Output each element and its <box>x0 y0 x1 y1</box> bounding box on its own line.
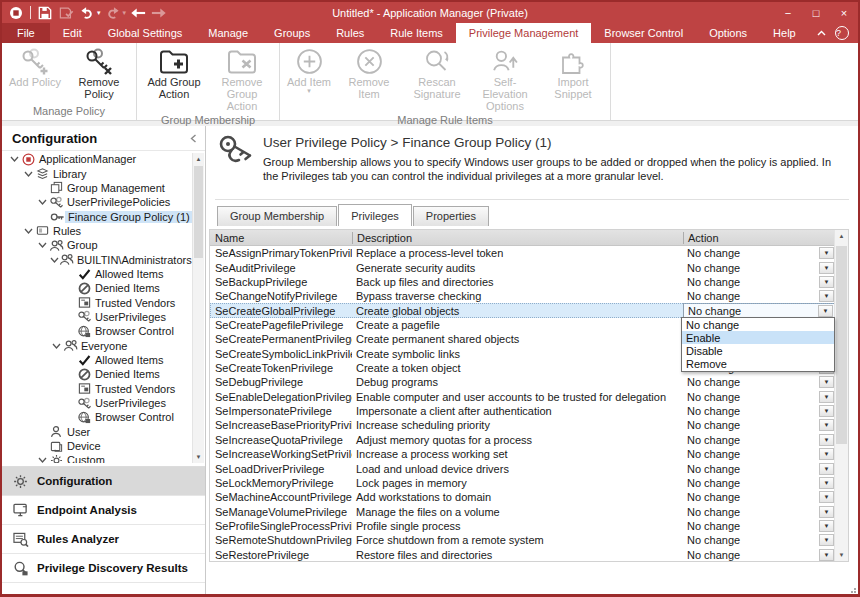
tree-item-browser-control[interactable]: Browser Control <box>4 410 192 424</box>
redo-icon[interactable] <box>104 5 122 21</box>
tree-item-allowed-items[interactable]: Allowed Items <box>4 353 192 367</box>
dropdown-option-no-change[interactable]: No change <box>682 318 834 331</box>
action-cell[interactable]: No change▼ <box>683 275 835 289</box>
action-cell[interactable]: No change▼ <box>683 404 835 418</box>
scroll-down-icon[interactable]: ▼ <box>835 549 848 561</box>
tree-item-rules[interactable]: Rules <box>4 224 192 238</box>
table-row[interactable]: SeRemoteShutdownPrivilegeForce shutdown … <box>210 533 835 547</box>
combo-dropdown-icon[interactable]: ▼ <box>819 247 834 259</box>
combo-dropdown-icon[interactable]: ▼ <box>819 491 834 503</box>
tree-item-finance-group-policy-1[interactable]: Finance Group Policy (1) <box>4 209 192 223</box>
action-cell[interactable]: No change▼ <box>683 303 835 317</box>
nav-privilege-discovery-results[interactable]: Privilege Discovery Results <box>2 554 205 583</box>
tab-properties[interactable]: Properties <box>413 206 489 226</box>
column-header-action[interactable]: Action <box>683 232 835 244</box>
table-row[interactable]: SeLoadDriverPrivilegeLoad and unload dev… <box>210 461 835 475</box>
tree-item-userprivilegepolicies[interactable]: UserPrivilegePolicies <box>4 195 192 209</box>
tab-group-membership[interactable]: Group Membership <box>217 206 337 226</box>
tree-item-user[interactable]: User <box>4 425 192 439</box>
scroll-up-icon[interactable]: ▲ <box>835 230 848 242</box>
remove-item-button[interactable]: Remove Item <box>335 44 403 100</box>
tree-expander-icon[interactable] <box>36 457 48 463</box>
grid-scrollbar-thumb[interactable] <box>836 246 847 444</box>
table-row[interactable]: SeIncreaseWorkingSetPrivilegeIncrease a … <box>210 447 835 461</box>
tree-item-group-management[interactable]: Group Management <box>4 181 192 195</box>
action-cell[interactable]: No change▼ <box>683 246 835 260</box>
tree-expander-icon[interactable] <box>50 257 59 263</box>
table-row[interactable]: SeBackupPrivilegeBack up files and direc… <box>210 275 835 289</box>
tree-expander-icon[interactable] <box>50 343 62 349</box>
table-row[interactable]: SeLockMemoryPrivilegeLock pages in memor… <box>210 476 835 490</box>
menu-tab-options[interactable]: Options <box>696 23 760 43</box>
action-cell[interactable]: No change▼ <box>683 375 835 389</box>
menu-tab-edit[interactable]: Edit <box>50 23 95 43</box>
save-check-icon[interactable] <box>57 5 75 21</box>
remove-group-action-button[interactable]: Remove Group Action <box>208 44 276 112</box>
rescan-signature-button[interactable]: Rescan Signature <box>403 44 471 100</box>
table-row[interactable]: SeAssignPrimaryTokenPrivilegeReplace a p… <box>210 246 835 260</box>
menu-tab-help[interactable]: Help <box>760 23 809 43</box>
dropdown-caret-icon[interactable]: ▾ <box>123 9 127 17</box>
tree-item-allowed-items[interactable]: Allowed Items <box>4 267 192 281</box>
table-row[interactable]: SeCreateGlobalPrivilegeCreate global obj… <box>210 303 835 317</box>
combo-dropdown-icon[interactable]: ▼ <box>819 376 834 388</box>
table-row[interactable]: SeEnableDelegationPrivilegeEnable comput… <box>210 390 835 404</box>
combo-dropdown-icon[interactable]: ▼ <box>819 290 834 302</box>
menu-tab-file[interactable]: File <box>2 23 50 43</box>
close-button[interactable]: × <box>830 2 858 23</box>
tree-expander-icon[interactable] <box>8 156 20 162</box>
add-policy-button[interactable]: Add Policy <box>5 44 65 88</box>
help-icon[interactable]: ? <box>835 26 849 40</box>
menu-tab-manage[interactable]: Manage <box>195 23 261 43</box>
combo-dropdown-icon[interactable]: ▼ <box>819 434 834 446</box>
tree-item-denied-items[interactable]: Denied Items <box>4 367 192 381</box>
tree-item-denied-items[interactable]: Denied Items <box>4 281 192 295</box>
combo-dropdown-icon[interactable]: ▼ <box>819 477 834 489</box>
scroll-down-icon[interactable]: ▼ <box>193 451 204 463</box>
resize-grip[interactable] <box>846 583 857 594</box>
tree-scrollbar[interactable]: ▲ ▼ <box>192 153 204 463</box>
combo-dropdown-icon[interactable]: ▼ <box>819 534 834 546</box>
tree-item-trusted-vendors[interactable]: Trusted Vendors <box>4 382 192 396</box>
combo-dropdown-icon[interactable]: ▼ <box>819 276 834 288</box>
dropdown-caret-icon[interactable]: ▾ <box>97 9 101 17</box>
tree-expander-icon[interactable] <box>36 242 48 248</box>
back-icon[interactable] <box>129 5 147 21</box>
table-row[interactable]: SeRestorePrivilegeRestore files and dire… <box>210 548 835 561</box>
forward-icon[interactable] <box>150 5 168 21</box>
table-row[interactable]: SeDebugPrivilegeDebug programsNo change▼ <box>210 375 835 389</box>
action-cell[interactable]: No change▼ <box>683 519 835 533</box>
tree-item-custom[interactable]: Custom <box>4 453 192 463</box>
combo-dropdown-icon[interactable]: ▼ <box>819 549 834 561</box>
menu-tab-global-settings[interactable]: Global Settings <box>95 23 196 43</box>
grid-scrollbar[interactable]: ▲ ▼ <box>834 230 848 561</box>
combo-dropdown-icon[interactable]: ▼ <box>819 405 834 417</box>
menu-tab-rules[interactable]: Rules <box>323 23 377 43</box>
app-icon[interactable] <box>7 5 25 21</box>
undo-icon[interactable] <box>78 5 96 21</box>
minimize-button[interactable]: − <box>774 2 802 23</box>
tree-item-userprivileges[interactable]: UserPrivileges <box>4 310 192 324</box>
tree-scrollbar-thumb[interactable] <box>194 166 203 258</box>
action-cell[interactable]: No change▼ <box>683 289 835 303</box>
combo-dropdown-icon[interactable]: ▼ <box>819 419 834 431</box>
table-row[interactable]: SeIncreaseBasePriorityPrivilegeIncrease … <box>210 418 835 432</box>
action-cell[interactable]: No change▼ <box>683 418 835 432</box>
action-cell[interactable]: No change▼ <box>683 447 835 461</box>
combo-dropdown-icon[interactable]: ▼ <box>819 463 834 475</box>
combo-dropdown-icon[interactable]: ▼ <box>819 391 834 403</box>
menu-tab-browser-control[interactable]: Browser Control <box>591 23 696 43</box>
column-header-name[interactable]: Name <box>210 232 352 244</box>
action-cell[interactable]: No change▼ <box>683 533 835 547</box>
maximize-button[interactable]: □ <box>802 2 830 23</box>
tree-expander-icon[interactable] <box>22 171 34 177</box>
tree-expander-icon[interactable] <box>22 228 34 234</box>
tab-privileges[interactable]: Privileges <box>338 204 412 226</box>
dropdown-option-remove[interactable]: Remove <box>682 358 834 371</box>
action-cell[interactable]: No change▼ <box>683 260 835 274</box>
tree-item-applicationmanager[interactable]: ApplicationManager <box>4 152 192 166</box>
remove-policy-button[interactable]: Remove Policy <box>65 44 133 100</box>
action-cell[interactable]: No change▼ <box>683 476 835 490</box>
tree-item-userprivileges[interactable]: UserPrivileges <box>4 396 192 410</box>
menu-tab-rule-items[interactable]: Rule Items <box>377 23 456 43</box>
